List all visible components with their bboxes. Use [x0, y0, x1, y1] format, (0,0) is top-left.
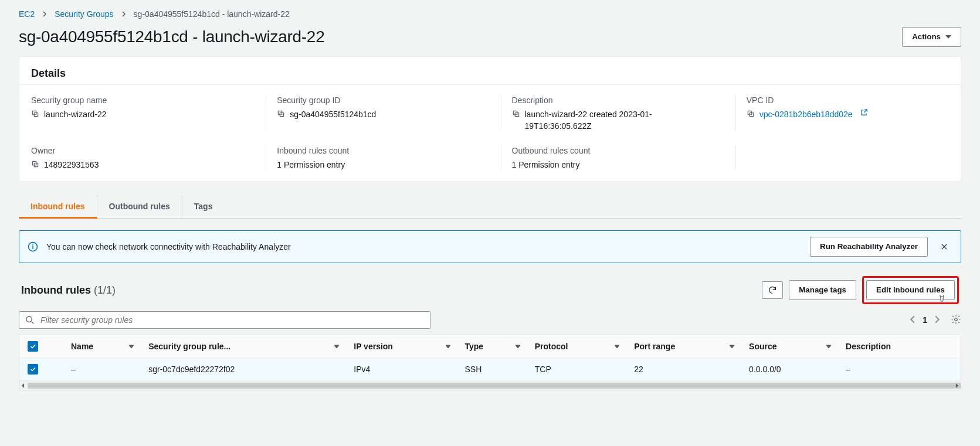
details-header: Details [19, 57, 961, 85]
banner-message: You can now check network connectivity w… [46, 242, 802, 251]
col-type[interactable]: Type [457, 335, 527, 358]
cell-type: SSH [457, 358, 527, 381]
tabs: Inbound rules Outbound rules Tags [19, 196, 961, 219]
pager: 1 [908, 314, 961, 326]
cell-protocol: TCP [527, 358, 626, 381]
filter-box[interactable] [19, 311, 430, 329]
refresh-button[interactable] [762, 281, 783, 299]
field-label: Outbound rules count [512, 146, 714, 155]
run-reachability-button[interactable]: Run Reachability Analyzer [810, 237, 928, 257]
reachability-banner: You can now check network connectivity w… [19, 230, 961, 263]
copy-icon[interactable] [277, 110, 285, 118]
settings-button[interactable] [951, 314, 961, 326]
actions-dropdown[interactable]: Actions [902, 27, 961, 47]
tab-inbound-rules[interactable]: Inbound rules [19, 196, 97, 219]
pager-next[interactable] [933, 315, 941, 325]
horizontal-scrollbar[interactable] [19, 381, 961, 390]
field-sg-name: Security group name launch-wizard-22 [31, 96, 245, 132]
refresh-icon [768, 285, 777, 295]
field-value: 148922931563 [44, 159, 99, 171]
field-label: VPC ID [747, 96, 949, 105]
field-value: sg-0a404955f5124b1cd [290, 108, 376, 120]
actions-label: Actions [912, 31, 941, 43]
field-owner: Owner 148922931563 [31, 146, 245, 171]
crumb-ec2[interactable]: EC2 [19, 9, 35, 19]
field-value: 1 Permission entry [277, 159, 345, 171]
table-row[interactable]: – sgr-0c7dc9efd22272f02 IPv4 SSH TCP 22 … [19, 358, 961, 381]
rules-table: Name Security group rule... IP version T… [19, 335, 961, 381]
cell-sgr: sgr-0c7dc9efd22272f02 [140, 358, 345, 381]
filter-row: 1 [19, 311, 961, 329]
copy-icon[interactable] [31, 110, 39, 118]
col-desc[interactable]: Description [837, 335, 961, 358]
field-label: Security group ID [277, 96, 479, 105]
chevron-right-icon [42, 9, 48, 19]
section-actions: Manage tags Edit inbound rules [762, 276, 959, 304]
close-icon[interactable] [936, 239, 952, 255]
field-value: launch-wizard-22 [44, 108, 107, 120]
details-grid: Security group name launch-wizard-22 Sec… [31, 96, 949, 171]
field-empty [735, 146, 949, 171]
crumb-security-groups[interactable]: Security Groups [55, 9, 113, 19]
field-outbound-count: Outbound rules count 1 Permission entry [501, 146, 714, 171]
scroll-left-icon[interactable] [19, 382, 26, 389]
cell-port: 22 [626, 358, 741, 381]
inbound-rules-header: Inbound rules (1/1) Manage tags Edit inb… [19, 276, 961, 304]
details-panel: Details Security group name launch-wizar… [19, 56, 961, 182]
details-heading: Details [31, 67, 949, 80]
svg-rect-12 [32, 246, 33, 249]
field-label: Description [512, 96, 714, 105]
row-checkbox[interactable] [28, 364, 38, 374]
cursor-icon [937, 294, 947, 305]
table-header-row: Name Security group rule... IP version T… [19, 335, 961, 358]
col-ipver[interactable]: IP version [345, 335, 456, 358]
copy-icon[interactable] [31, 160, 39, 168]
col-protocol[interactable]: Protocol [527, 335, 626, 358]
section-title: Inbound rules (1/1) [21, 284, 116, 297]
tab-outbound-rules[interactable]: Outbound rules [97, 196, 182, 218]
tab-tags[interactable]: Tags [182, 196, 225, 218]
field-vpc-id: VPC ID vpc-0281b2b6eb18dd02e [735, 96, 949, 132]
col-sgr[interactable]: Security group rule... [140, 335, 345, 358]
info-icon [28, 241, 38, 252]
field-value: 1 Permission entry [512, 159, 580, 171]
page-title-bar: sg-0a404955f5124b1cd - launch-wizard-22 … [19, 27, 961, 47]
field-label: Inbound rules count [277, 146, 479, 155]
col-port[interactable]: Port range [626, 335, 741, 358]
field-inbound-count: Inbound rules count 1 Permission entry [266, 146, 479, 171]
external-link-icon [860, 108, 868, 117]
svg-point-13 [26, 316, 32, 322]
field-value: launch-wizard-22 created 2023-01-19T16:3… [525, 108, 714, 132]
highlighted-area: Edit inbound rules [862, 276, 959, 304]
copy-icon[interactable] [512, 110, 520, 118]
scrollbar-thumb[interactable] [28, 383, 961, 389]
field-label: Security group name [31, 96, 245, 105]
field-description: Description launch-wizard-22 created 202… [501, 96, 714, 132]
col-source[interactable]: Source [741, 335, 837, 358]
cell-ipver: IPv4 [345, 358, 456, 381]
search-icon [25, 315, 35, 325]
manage-tags-button[interactable]: Manage tags [789, 280, 856, 300]
page-title: sg-0a404955f5124b1cd - launch-wizard-22 [19, 28, 324, 46]
select-all-checkbox[interactable] [28, 341, 38, 352]
crumb-current: sg-0a404955f5124b1cd - launch-wizard-22 [134, 9, 290, 19]
cell-source: 0.0.0.0/0 [741, 358, 837, 381]
section-count: (1/1) [94, 284, 116, 296]
pager-prev[interactable] [908, 315, 917, 325]
copy-icon[interactable] [747, 110, 755, 118]
svg-point-14 [955, 318, 958, 321]
svg-point-11 [32, 244, 33, 246]
section-title-text: Inbound rules [21, 284, 91, 296]
chevron-right-icon [121, 9, 127, 19]
caret-down-icon [945, 35, 951, 39]
vpc-link[interactable]: vpc-0281b2b6eb18dd02e [759, 108, 853, 120]
field-sg-id: Security group ID sg-0a404955f5124b1cd [266, 96, 479, 132]
cell-name: – [63, 358, 140, 381]
filter-input[interactable] [39, 315, 424, 325]
breadcrumb: EC2 Security Groups sg-0a404955f5124b1cd… [19, 9, 961, 19]
rules-table-wrap: Name Security group rule... IP version T… [19, 335, 961, 390]
gear-icon [951, 314, 961, 325]
pager-current: 1 [923, 315, 927, 325]
col-name[interactable]: Name [63, 335, 140, 358]
scroll-right-icon[interactable] [954, 382, 961, 389]
